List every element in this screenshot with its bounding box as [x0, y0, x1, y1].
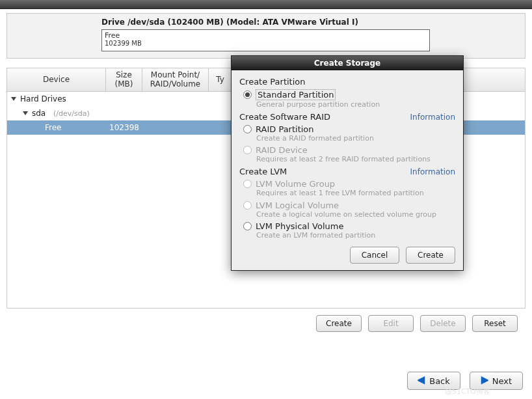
- raid-info-link[interactable]: Information: [410, 113, 455, 122]
- option-lvm-vg: LVM Volume Group: [243, 179, 455, 189]
- radio-icon: [243, 201, 252, 210]
- create-button[interactable]: Create: [316, 315, 362, 332]
- hint-lvm-vg: Requires at least 1 free LVM formated pa…: [256, 189, 455, 198]
- radio-icon: [243, 180, 252, 188]
- drive-summary-panel: Drive /dev/sda (102400 MB) (Model: ATA V…: [7, 13, 525, 59]
- option-label: RAID Partition: [256, 124, 314, 134]
- section-create-raid: Create Software RAID Information: [239, 112, 455, 122]
- col-device[interactable]: Device: [7, 68, 106, 91]
- free-size: 102398: [106, 123, 142, 132]
- option-lvm-pv[interactable]: LVM Physical Volume: [243, 221, 455, 231]
- radio-icon[interactable]: [243, 90, 252, 99]
- sda-path: (/dev/sda): [53, 109, 90, 118]
- col-type[interactable]: Ty: [209, 68, 232, 91]
- edit-button: Edit: [368, 315, 414, 332]
- dialog-cancel-button[interactable]: Cancel: [350, 247, 399, 264]
- section-create-partition: Create Partition: [239, 77, 455, 87]
- arrow-left-icon: ⯇: [418, 376, 427, 386]
- delete-button: Delete: [420, 315, 466, 332]
- option-raid-device: RAID Device: [243, 145, 455, 155]
- arrow-right-icon: ⯈: [481, 376, 490, 386]
- col-size[interactable]: Size (MB): [106, 68, 142, 91]
- reset-button[interactable]: Reset: [472, 315, 518, 332]
- free-label: Free: [45, 123, 61, 132]
- lvm-info-link[interactable]: Information: [410, 167, 455, 176]
- dialog-title: Create Storage: [232, 56, 463, 70]
- create-storage-dialog: Create Storage Create Partition Standard…: [231, 55, 464, 271]
- option-label: LVM Volume Group: [256, 179, 335, 189]
- hint-lvm-pv: Create an LVM formated partition: [256, 232, 455, 240]
- drive-free-size: 102399 MB: [105, 40, 427, 48]
- expand-icon[interactable]: [23, 111, 28, 115]
- watermark: @51CTO博客: [445, 387, 490, 396]
- hint-standard: General purpose partition creation: [256, 101, 455, 109]
- option-label: RAID Device: [256, 145, 308, 155]
- hint-raid-partition: Create a RAID formated partition: [256, 135, 455, 143]
- radio-icon[interactable]: [243, 222, 252, 230]
- section-create-lvm: Create LVM Information: [239, 167, 455, 176]
- option-raid-partition[interactable]: RAID Partition: [243, 124, 455, 134]
- col-mount[interactable]: Mount Point/ RAID/Volume: [142, 68, 209, 91]
- drive-free-label: Free: [105, 31, 427, 40]
- option-lvm-lv: LVM Logical Volume: [243, 200, 455, 210]
- sda-label: sda: [32, 109, 46, 118]
- hard-drives-label: Hard Drives: [20, 94, 66, 103]
- radio-icon[interactable]: [243, 125, 252, 133]
- option-label: LVM Physical Volume: [256, 221, 343, 231]
- radio-icon: [243, 146, 252, 154]
- expand-icon[interactable]: [11, 97, 16, 101]
- window-header-bar: [0, 0, 532, 9]
- hint-raid-device: Requires at least 2 free RAID formated p…: [256, 156, 455, 164]
- main-button-row: Create Edit Delete Reset: [7, 309, 525, 336]
- option-standard-partition[interactable]: Standard Partition: [243, 89, 455, 100]
- option-label: Standard Partition: [256, 89, 336, 100]
- option-label: LVM Logical Volume: [256, 200, 339, 210]
- drive-usage-bar: Free 102399 MB: [101, 29, 430, 51]
- drive-title: Drive /dev/sda (102400 MB) (Model: ATA V…: [101, 18, 520, 27]
- dialog-create-button[interactable]: Create: [406, 247, 455, 264]
- hint-lvm-lv: Create a logical volume on selected volu…: [256, 211, 455, 219]
